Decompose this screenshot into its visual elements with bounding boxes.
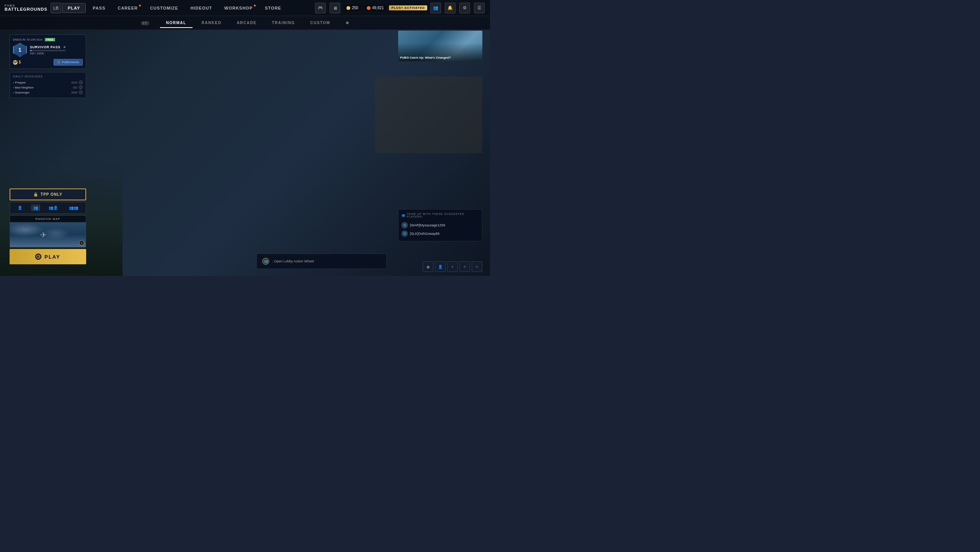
notification-icon-btn[interactable]: 🔔 [445, 3, 456, 13]
map-preview: ✈ Y [10, 222, 86, 247]
pass-progress-bar [30, 50, 66, 51]
mission-scavenger: Scavenger 0/40 [13, 90, 83, 94]
player-globe-icon-2: 🌐 [403, 232, 407, 235]
suggested-title: 👥 TEAM UP WITH THESE SUGGESTED PLAYERS! [402, 213, 479, 218]
friends-icon-btn[interactable]: 👥 [430, 3, 441, 13]
tpp-only-button[interactable]: 🔒 TPP ONLY [10, 188, 86, 200]
right-panel: PUBG Catch Up: What's Changed? [398, 31, 482, 64]
add-btn-3[interactable]: + [472, 261, 482, 272]
player-name-2: [SLK]OohGoway89 [410, 232, 439, 236]
player-globe-icon-1: 🌐 [403, 224, 407, 227]
main-navbar: PUBG BATTLEGROUNDS LB PLAY PASS CAREER C… [0, 0, 490, 16]
add-btn-1[interactable]: + [447, 261, 458, 272]
player-avatar-1: 🌐 [402, 222, 408, 228]
mission-prepper: Prepper 0/10 [13, 80, 83, 84]
action-hint-text: : Open Lobby Action Wheel [272, 259, 314, 263]
mission-badneighbor-progress: 0/1 [73, 85, 83, 89]
menu-icon-btn[interactable]: ☰ [474, 3, 485, 13]
nav-hideout[interactable]: HIDEOUT [185, 3, 218, 13]
nav-pass[interactable]: PASS [87, 3, 111, 13]
map-select-badge[interactable]: Y [79, 240, 84, 246]
workshop-notification-dot [254, 5, 256, 7]
party-solo[interactable]: 👤 [15, 205, 24, 211]
team-icon: 👥 [402, 214, 405, 217]
logo-battlegrounds: BATTLEGROUNDS [5, 7, 50, 11]
nav-play[interactable]: PLAY [62, 3, 86, 13]
lock-icon: 🔒 [33, 192, 38, 197]
pass-progress-fill [30, 50, 32, 51]
nav-workshop[interactable]: WORKSHOP [219, 3, 258, 13]
currency-bp: 49,921 [364, 5, 387, 11]
plane-icon: ✈ [40, 230, 47, 239]
sub-tab-training[interactable]: TRAINING [266, 18, 301, 27]
suggested-players-panel: 👥 TEAM UP WITH THESE SUGGESTED PLAYERS! … [398, 209, 482, 241]
lobby-icon-btn[interactable]: ◉ [423, 261, 433, 272]
sub-tab-custom[interactable]: CUSTOM [304, 18, 336, 27]
mission-scavenger-progress: 0/40 [71, 90, 83, 94]
player-row-2[interactable]: 🌐 [SLK]OohGoway89 [402, 229, 479, 238]
monitor-icon-btn[interactable]: 🖥 [330, 3, 340, 13]
game-mode-panel: 🔒 TPP ONLY 👤 👥 👥👤 👥👥 RANDOM MAP ✈ Y [10, 188, 86, 264]
gamepad-icon-btn[interactable]: 🎮 [315, 3, 326, 13]
pass-level-hex: 1 [13, 43, 27, 57]
party-duo[interactable]: 👥 [31, 205, 40, 211]
logo-pubg: PUBG [5, 4, 50, 7]
pass-timer: ENDS IN 7d 15h 51m FREE [13, 38, 83, 41]
sub-tab-arcade[interactable]: ARCADE [230, 18, 263, 27]
nav-store[interactable]: STORE [260, 3, 287, 13]
squad3-icon: 👥👤 [49, 206, 58, 210]
player-row-1[interactable]: 🌐 [WAR]Mysausage1259 [402, 221, 479, 229]
play-a-icon: A [35, 254, 41, 260]
mission-bad-neighbor: Bad Neighbor 0/1 [13, 85, 83, 89]
sub-tab-ranked[interactable]: RANKED [196, 18, 228, 27]
map-clouds [10, 222, 86, 247]
duo-icon: 👥 [33, 206, 38, 210]
pass-progress-text: 540 / 10000 [30, 52, 66, 55]
settings-icon-btn[interactable]: ⚙ [459, 3, 470, 13]
nav-customize[interactable]: CUSTOMIZE [145, 3, 184, 13]
news-thumbnail-text: PUBG Catch Up: What's Changed? [400, 56, 480, 59]
player-name-1: [WAR]Mysausage1259 [410, 223, 445, 227]
party-squad4[interactable]: 👥👥 [67, 205, 80, 211]
mission-prepper-label: Prepper [13, 81, 26, 84]
logo: PUBG BATTLEGROUNDS [0, 4, 50, 11]
mission-scavenger-check [79, 90, 83, 94]
survivor-pass-card: ENDS IN 7d 15h 51m FREE 1 SURVIVOR PASS … [10, 34, 86, 69]
sub-tab-extra[interactable]: ⊕ [340, 18, 356, 27]
free-badge: FREE [45, 38, 55, 41]
daily-missions-panel: DAILY MISSIONS Prepper 0/10 Bad Neighbor… [10, 72, 86, 98]
player-avatar-2: 🌐 [402, 231, 408, 237]
pass-footer: SP 5 🛒 PURCHASE [13, 59, 83, 66]
map-label: RANDOM MAP [10, 216, 86, 222]
nav-right: 🎮 🖥 250 49,921 PLUS+ ACTIVATED 👥 🔔 ⚙ ☰ [314, 3, 490, 13]
bottom-bar: ◉ 👤 + + + [423, 261, 482, 272]
sub-navbar: 17 NORMAL RANKED ARCADE TRAINING CUSTOM … [0, 16, 490, 30]
character-icon-btn[interactable]: 👤 [435, 261, 446, 272]
nav-icon-lb[interactable]: LB [51, 3, 61, 13]
mission-badneighbor-check [79, 85, 83, 89]
party-options: 👤 👥 👥👤 👥👥 [12, 205, 83, 211]
squad4-icon: 👥👥 [69, 206, 78, 210]
sub-tab-number: 17 [135, 19, 157, 27]
sp-count: SP 5 [13, 60, 21, 65]
gold-coin-icon [346, 6, 350, 10]
sub-tab-normal[interactable]: NORMAL [160, 18, 193, 27]
pass-title: SURVIVOR PASS ✕ [30, 45, 66, 49]
pass-header: 1 SURVIVOR PASS ✕ 540 / 10000 [13, 43, 83, 57]
action-hint-icon: 👥 [262, 258, 269, 265]
action-hint: 👥 : Open Lobby Action Wheel [256, 254, 387, 269]
news-thumbnail[interactable]: PUBG Catch Up: What's Changed? [398, 31, 482, 61]
plus-activated-badge: PLUS+ ACTIVATED [389, 5, 427, 10]
purchase-button[interactable]: 🛒 PURCHASE [54, 59, 83, 66]
currency-gold: 250 [343, 5, 361, 11]
nav-career[interactable]: CAREER [112, 3, 143, 13]
nav-items: PLAY PASS CAREER CUSTOMIZE HIDEOUT WORKS… [62, 3, 314, 13]
mission-prepper-check [79, 80, 83, 84]
party-squad3[interactable]: 👥👤 [46, 205, 60, 211]
bg-scene-right [375, 77, 482, 153]
map-panel: RANDOM MAP ✈ Y [10, 215, 86, 247]
bp-coin-icon [367, 6, 371, 10]
add-btn-2[interactable]: + [459, 261, 470, 272]
career-notification-dot [139, 5, 141, 7]
play-button[interactable]: A PLAY [10, 249, 86, 264]
